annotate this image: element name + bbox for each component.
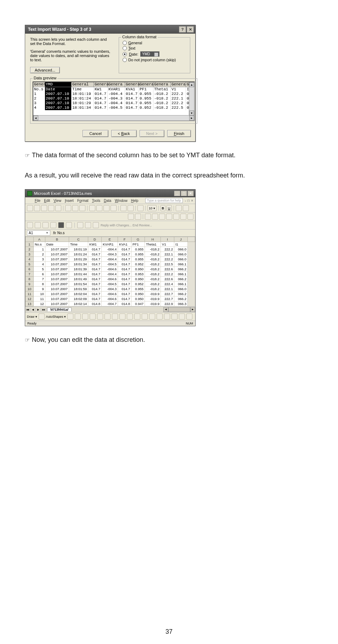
help-search-input[interactable]: Type a question for help [145,198,183,203]
cell[interactable]: 066.1 [174,282,187,287]
cell[interactable]: 0.950 [131,292,145,296]
row-header[interactable]: 4 [26,257,34,262]
cancel-button[interactable]: Cancel [83,130,108,137]
cell[interactable]: 014.7 [88,267,102,272]
cell[interactable]: Date [45,242,69,247]
open-icon[interactable] [34,205,40,211]
select-objects-icon[interactable] [39,313,45,320]
outdent-icon[interactable] [187,214,193,220]
row-header[interactable]: 10 [26,287,34,292]
cell[interactable]: 222.7 [161,292,174,296]
col-header[interactable]: E [102,237,118,242]
cell[interactable]: 014.7 [88,282,102,287]
cell[interactable]: 7 [34,277,45,282]
scroll-right-icon[interactable]: ► [189,115,194,120]
cell[interactable]: I1 [174,242,187,247]
cell[interactable]: 6 [34,272,45,277]
data-preview-box[interactable]: Gener YMD General Genera Genera Genera G… [33,81,195,121]
tab-prev-icon[interactable]: ◄ [30,308,36,311]
3d-icon[interactable] [186,313,192,320]
fill-icon[interactable] [134,313,140,320]
cell[interactable]: -018.2 [145,282,161,287]
cell[interactable]: 10.07.2007 [45,296,69,301]
currency-icon[interactable] [159,214,165,220]
cell[interactable]: 066.1 [174,262,187,267]
cell[interactable]: 014.7 [88,277,102,282]
textbox-icon[interactable] [97,313,103,320]
cell[interactable]: 014.7 [88,292,102,296]
preview-scrollbar-h[interactable]: ◄ ► [33,115,194,120]
cell[interactable]: 222.5 [161,262,174,267]
cell[interactable]: -004.5 [102,282,118,287]
cell[interactable]: 066.1 [174,272,187,277]
excel-titlebar[interactable]: Microsoft Excel - 0713hh01a.mes _ □ ✕ [25,190,195,197]
cell[interactable]: -004.6 [102,277,118,282]
finish-button[interactable]: Finish [167,130,191,137]
menu-help[interactable]: Help [131,199,139,203]
wordart-icon[interactable] [105,313,111,320]
col-header[interactable]: D [88,237,102,242]
zoom-select[interactable]: 10 ▾ [147,205,157,211]
col-header[interactable]: J [174,237,187,242]
cell[interactable]: V1 [161,242,174,247]
row-header[interactable]: 9 [26,282,34,287]
review-icon-7[interactable] [77,222,83,228]
cell[interactable]: 014.7 [118,287,131,292]
close-icon[interactable]: ✕ [187,26,194,33]
menu-data[interactable]: Data [104,199,111,203]
horizontal-scrollbar[interactable]: ◄ ► [72,307,195,312]
cell[interactable]: 2 [34,252,45,257]
borders-icon[interactable] [145,214,151,220]
cell[interactable]: 8 [34,282,45,287]
sort-asc-icon[interactable] [120,205,126,211]
cell[interactable]: KVAR1 [102,242,118,247]
cell[interactable]: 0.947 [131,301,145,306]
cell[interactable]: 066.2 [174,277,187,282]
cell[interactable]: 10.07.2007 [45,257,69,262]
cell[interactable]: -004.6 [102,296,118,301]
cell[interactable]: 10.07.2007 [45,247,69,252]
menu-format[interactable]: Format [77,199,89,203]
cell[interactable]: 014.7 [118,277,131,282]
cell[interactable]: -018.2 [145,252,161,257]
cell[interactable]: 3 [34,257,45,262]
oval-icon[interactable] [90,313,96,320]
row-header[interactable]: 11 [26,292,34,296]
cell[interactable]: 222.2 [161,247,174,252]
cell[interactable]: 066.2 [174,296,187,301]
fx-icon[interactable]: fx [53,231,56,235]
col-header[interactable]: H [145,237,161,242]
vertical-scrollbar[interactable] [188,242,195,306]
arrow-icon[interactable] [75,313,81,320]
cell[interactable]: -004.5 [102,262,118,267]
cell[interactable]: 066.0 [174,287,187,292]
row-header[interactable]: 6 [26,267,34,272]
col-header[interactable]: G [131,237,145,242]
cell[interactable]: 11 [34,296,45,301]
cell[interactable]: 0.955 [131,257,145,262]
cell[interactable]: 10.07.2007 [45,282,69,287]
font-color-icon[interactable] [183,205,189,211]
cell[interactable]: 222.1 [161,252,174,257]
cell[interactable]: 0.950 [131,296,145,301]
review-icon-4[interactable] [50,222,56,228]
menu-tools[interactable]: Tools [92,199,100,203]
cell[interactable]: 222.6 [161,267,174,272]
cell[interactable]: 4 [34,262,45,267]
row-header[interactable]: 12 [26,296,34,301]
cell[interactable]: 222.2 [161,272,174,277]
close-icon[interactable]: ✕ [187,191,194,196]
cell[interactable]: 014.8 [118,301,131,306]
cell[interactable]: -019.9 [145,292,161,296]
tab-next-icon[interactable]: ► [36,308,41,311]
cell[interactable]: 0.955 [131,252,145,257]
menu-window[interactable]: Window [115,199,128,203]
picture-icon[interactable] [127,313,133,320]
line-style-icon[interactable] [157,313,163,320]
cell[interactable]: KVA1 [118,242,131,247]
menu-edit[interactable]: Edit [44,199,50,203]
cell[interactable]: 014.7 [88,247,102,252]
col-header[interactable]: F [118,237,131,242]
col-header[interactable] [26,237,34,242]
cell[interactable]: 014.7 [118,272,131,277]
